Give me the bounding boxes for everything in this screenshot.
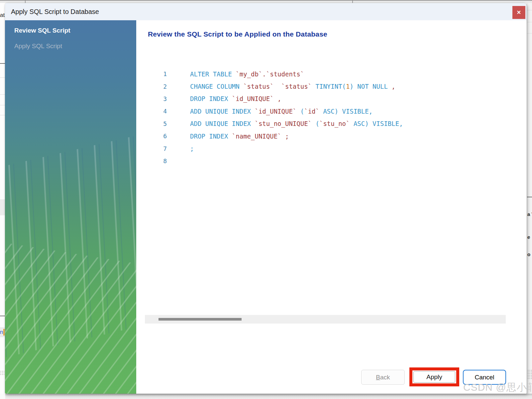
background-text-fragment: o <box>527 251 530 257</box>
line-number: 2 <box>136 83 167 90</box>
background-grid-line <box>527 22 532 22</box>
code-line: 4ADD UNIQUE INDEX `id_UNIQUE` (`id` ASC)… <box>136 105 523 117</box>
code-line: 5ADD UNIQUE INDEX `stu_no_UNIQUE` (`stu_… <box>136 118 523 130</box>
line-number: 4 <box>136 108 167 115</box>
watermark: CSDN @思小菲 <box>463 381 532 394</box>
line-number: 3 <box>136 95 167 102</box>
back-button[interactable]: Back <box>361 370 405 385</box>
background-grid-line <box>0 316 5 316</box>
background-color-chip <box>3 329 5 336</box>
wizard-step-review-sql-script: Review SQL Script <box>5 27 136 34</box>
dialog-title: Apply SQL Script to Database <box>11 8 99 16</box>
code-text: ADD UNIQUE INDEX `id_UNIQUE` (`id` ASC) … <box>167 108 372 115</box>
code-text: DROP INDEX `name_UNIQUE` ; <box>167 133 289 140</box>
background-dots <box>0 370 4 376</box>
code-text: CHANGE COLUMN `status` `status` TINYINT(… <box>167 83 395 90</box>
code-text: DROP INDEX `id_UNIQUE` , <box>167 95 281 102</box>
line-number: 1 <box>136 70 167 77</box>
close-button[interactable]: ✕ <box>512 6 525 19</box>
background-text-fragment: n <box>0 329 3 336</box>
background-window-top-edge <box>0 0 532 3</box>
line-number: 5 <box>136 120 167 127</box>
wizard-step-label: Apply SQL Script <box>14 43 62 50</box>
apply-button-highlight-annotation: Apply <box>409 367 459 386</box>
dialog-content: Review the SQL Script to be Applied on t… <box>136 20 527 394</box>
sql-code-editor[interactable]: 1ALTER TABLE `my_db`.`students`2CHANGE C… <box>136 68 523 167</box>
code-line: 7; <box>136 142 523 154</box>
wizard-step-label: Review SQL Script <box>14 27 70 34</box>
background-grid-line <box>0 105 5 105</box>
background-grid-line <box>0 77 5 78</box>
background-text-fragment: e <box>527 234 530 240</box>
background-corner <box>0 394 5 399</box>
line-number: 8 <box>136 157 167 164</box>
background-grid-line <box>0 115 5 115</box>
background-grid-line <box>0 63 5 64</box>
background-grid-line <box>527 10 532 10</box>
background-text-fragment: at <box>0 12 5 19</box>
background-grid-line <box>527 197 532 197</box>
code-text: ALTER TABLE `my_db`.`students` <box>167 70 304 78</box>
horizontal-scrollbar[interactable] <box>145 315 506 324</box>
background-dots <box>527 369 532 379</box>
line-number: 6 <box>136 133 167 140</box>
code-line: 8 <box>136 155 523 167</box>
background-window-left-sliver: at n <box>0 3 5 394</box>
apply-button[interactable]: Apply <box>413 371 455 383</box>
code-line: 3DROP INDEX `id_UNIQUE` , <box>136 93 523 105</box>
code-line: 6DROP INDEX `name_UNIQUE` ; <box>136 130 523 142</box>
background-grid-line <box>527 33 532 34</box>
code-text: ; <box>167 145 194 152</box>
code-line: 2CHANGE COLUMN `status` `status` TINYINT… <box>136 80 523 92</box>
background-text-fragment: a T <box>527 211 532 217</box>
background-window-right-sliver: a T e o <box>527 3 532 394</box>
wizard-sidebar: Review SQL Script Apply SQL Script <box>5 20 136 394</box>
background-row-highlight <box>0 199 5 215</box>
code-text: ADD UNIQUE INDEX `stu_no_UNIQUE` (`stu_n… <box>167 120 403 127</box>
code-line: 1ALTER TABLE `my_db`.`students` <box>136 68 523 80</box>
background-window-bottom-edge <box>0 394 532 399</box>
horizontal-scrollbar-thumb[interactable] <box>159 318 242 321</box>
dialog-titlebar: Apply SQL Script to Database ✕ <box>5 3 527 20</box>
line-number: 7 <box>136 145 167 152</box>
background-grid-line <box>0 94 5 95</box>
close-icon: ✕ <box>517 9 521 16</box>
page-title: Review the SQL Script to be Applied on t… <box>148 30 327 38</box>
wizard-step-apply-sql-script: Apply SQL Script <box>5 43 136 50</box>
apply-sql-script-dialog: Apply SQL Script to Database ✕ Review SQ… <box>5 3 527 394</box>
